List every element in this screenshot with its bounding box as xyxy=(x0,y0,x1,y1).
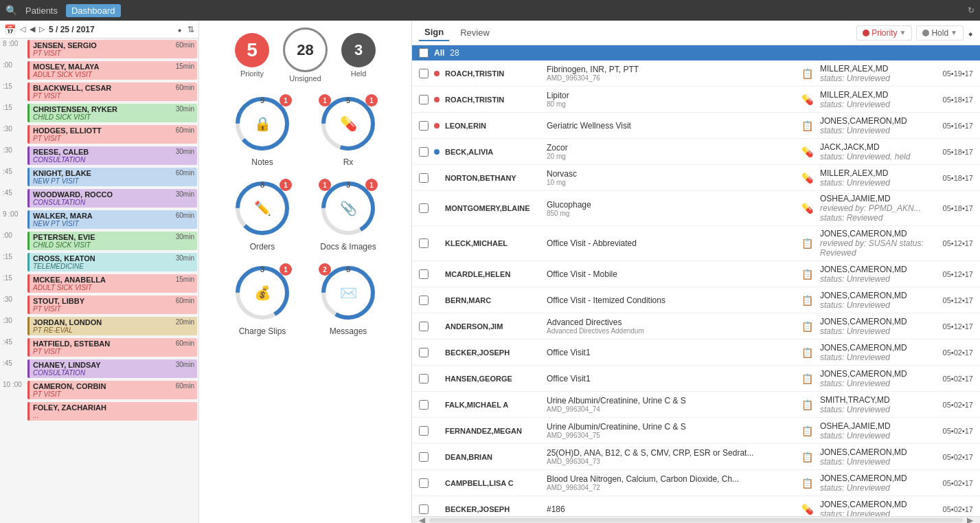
filter-icon[interactable]: ⬥ xyxy=(177,25,182,34)
row-type-icon: 💊 xyxy=(799,170,814,186)
circle-item-orders[interactable]: ✏️ 8 1 Orders xyxy=(225,177,300,252)
item-description: Office Visit - Mobile xyxy=(547,269,794,279)
table-row[interactable]: FERNANDEZ,MEGAN Urine Albumin/Creatinine… xyxy=(412,418,980,444)
md-name: JONES,CAMERON,MD xyxy=(820,265,930,274)
review-tab[interactable]: Review xyxy=(455,25,495,41)
sign-tab[interactable]: Sign xyxy=(419,24,449,41)
status-text: status: Unreviewed xyxy=(820,483,930,493)
row-checkbox[interactable] xyxy=(419,203,429,213)
scroll-right-icon[interactable]: ▶ xyxy=(967,515,973,524)
time-label: :30 xyxy=(0,294,26,315)
row-checkbox[interactable] xyxy=(419,269,429,279)
row-checkbox[interactable] xyxy=(419,173,429,183)
row-checkbox[interactable] xyxy=(419,426,429,436)
icon-circle-label: Orders xyxy=(250,242,275,252)
appointment-card[interactable]: WOODWARD, ROCCO CONSULTATION 30min xyxy=(27,189,197,208)
appt-duration: 30min xyxy=(176,148,194,155)
badge-left: 1 xyxy=(280,179,292,191)
appointment-card[interactable]: JENSEN, SERGIO PT VISIT 60min xyxy=(27,40,197,58)
circle-item-docs-&-images[interactable]: 📎 3 11 Docs & Images xyxy=(310,177,386,252)
appointment-card[interactable]: PETERSEN, EVIE CHILD SICK VISIT 30min xyxy=(27,232,197,250)
appointment-card[interactable]: BLACKWELL, CESAR PT VISIT 60min xyxy=(27,82,197,101)
table-row[interactable]: BECKER,JOSEPH Office Visit1 📋 JONES,CAME… xyxy=(412,340,980,366)
table-row[interactable]: FALK,MICHAEL A Urine Albumin/Creatinine,… xyxy=(412,392,980,418)
table-row[interactable]: KLECK,MICHAEL Office Visit - Abbreviated… xyxy=(412,226,980,261)
row-checkbox[interactable] xyxy=(419,69,429,78)
table-row[interactable]: ANDERSON,JIM Advanced Directives Advance… xyxy=(412,313,980,340)
doc-icon: 📋 xyxy=(801,452,813,463)
table-row[interactable]: BERN,MARC Office Visit - Itemized Condit… xyxy=(412,287,980,313)
appointment-card[interactable]: CROSS, KEATON TELEMEDICINE 30min xyxy=(27,253,197,271)
patient-name: NORTON,BETHANY xyxy=(445,174,541,182)
table-row[interactable]: BECK,ALIVIA Zocor 20 mg 💊 JACK,JACK,MD s… xyxy=(412,139,980,165)
table-row[interactable]: DEAN,BRIAN 25(OH)D, ANA, B12, C & S, CMV… xyxy=(412,444,980,470)
table-row[interactable]: ROACH,TRISTIN Lipitor 80 mg 💊 MILLER,ALE… xyxy=(412,87,980,113)
donut-total: 9 xyxy=(260,96,264,104)
circle-item-rx[interactable]: 💊 5 11 Rx xyxy=(310,93,386,167)
row-checkbox[interactable] xyxy=(419,478,429,488)
priority-dropdown-arrow[interactable]: ▼ xyxy=(900,29,907,36)
review-filter-icon[interactable]: ⬥ xyxy=(968,27,973,38)
appointment-card[interactable]: REESE, CALEB CONSULTATION 30min xyxy=(27,146,197,165)
table-row[interactable]: MCARDLE,HELEN Office Visit - Mobile 📋 JO… xyxy=(412,261,980,287)
appointment-card[interactable]: HODGES, ELLIOTT PT VISIT 60min xyxy=(27,125,197,144)
row-checkbox[interactable] xyxy=(419,452,429,462)
unsigned-badge[interactable]: 28 Unsigned xyxy=(283,27,328,82)
circle-item-messages[interactable]: ✉️ 6 2 Messages xyxy=(310,262,386,336)
status-text: status: Unreviewed xyxy=(820,379,930,388)
sort-icon[interactable]: ⇅ xyxy=(187,25,194,34)
appt-type: TELEMEDICINE xyxy=(33,263,194,270)
appointment-card[interactable]: CHANEY, LINDSAY CONSULTATION 30min xyxy=(27,359,197,378)
appointment-card[interactable]: KNIGHT, BLAKE NEW PT VISIT 60min xyxy=(27,168,197,186)
md-name: JONES,CAMERON,MD xyxy=(820,116,930,126)
appt-duration: 60min xyxy=(176,340,194,347)
row-checkbox[interactable] xyxy=(419,400,429,410)
calendar-icon[interactable]: 📅 xyxy=(4,24,16,35)
table-row[interactable]: MONTGOMERY,BLAINE Glucophage 850 mg 💊 OS… xyxy=(412,191,980,226)
prev-btn[interactable]: ◀ xyxy=(28,23,36,35)
select-all-checkbox[interactable] xyxy=(419,48,429,58)
appointment-card[interactable]: JORDAN, LONDON PT RE-EVAL 20min xyxy=(27,317,197,335)
hold-button[interactable]: Hold ▼ xyxy=(916,25,964,41)
appointment-card[interactable]: HATFIELD, ESTEBAN PT VISIT 60min xyxy=(27,338,197,357)
appointment-card[interactable]: CHRISTENSEN, RYKER CHILD SICK VISIT 30mi… xyxy=(27,104,197,122)
next-btn[interactable]: ▷ xyxy=(38,23,46,35)
row-checkbox[interactable] xyxy=(419,147,429,157)
row-checkbox[interactable] xyxy=(419,238,429,248)
held-badge[interactable]: 3 Held xyxy=(341,33,376,78)
appointment-card[interactable]: MOSLEY, MALAYA ADULT SICK VISIT 15min xyxy=(27,61,197,80)
priority-button[interactable]: Priority ▼ xyxy=(856,25,912,41)
row-checkbox[interactable] xyxy=(419,296,429,305)
table-row[interactable]: ROACH,TRISTIN Fibrinogen, INR, PT, PTT A… xyxy=(412,60,980,87)
row-checkbox[interactable] xyxy=(419,95,429,104)
row-checkbox[interactable] xyxy=(419,348,429,357)
appointment-card[interactable]: STOUT, LIBBY PT VISIT 60min xyxy=(27,296,197,314)
prev-prev-btn[interactable]: ◁ xyxy=(19,23,27,35)
review-subheader: All 28 xyxy=(412,45,980,60)
table-row[interactable]: LEON,ERIN Geriatric Wellness Visit 📋 JON… xyxy=(412,113,980,139)
patient-name: MONTGOMERY,BLAINE xyxy=(445,204,541,212)
dashboard-tab[interactable]: Dashboard xyxy=(66,4,121,17)
appointment-card[interactable]: WALKER, MARA NEW PT VISIT 60min xyxy=(27,210,197,229)
row-checkbox[interactable] xyxy=(419,322,429,331)
time-slot: :45 HATFIELD, ESTEBAN PT VISIT 60min xyxy=(0,337,198,358)
appointment-card[interactable]: MCKEE, ANABELLA ADULT SICK VISIT 15min xyxy=(27,274,197,293)
table-row[interactable]: BECKER,JOSEPH #186 💊 JONES,CAMERON,MD st… xyxy=(412,496,980,516)
table-row[interactable]: CAMPBELL,LISA C Blood Urea Nitrogen, Cal… xyxy=(412,470,980,496)
date-column: 05•02•17 xyxy=(935,479,973,487)
row-checkbox[interactable] xyxy=(419,121,429,131)
row-checkbox[interactable] xyxy=(419,504,429,514)
refresh-icon[interactable]: ↻ xyxy=(968,5,975,15)
table-row[interactable]: NORTON,BETHANY Norvasc 10 mg 💊 MILLER,AL… xyxy=(412,165,980,191)
table-row[interactable]: HANSEN,GEORGE Office Visit1 📋 JONES,CAME… xyxy=(412,366,980,392)
row-checkbox[interactable] xyxy=(419,374,429,383)
bottom-scrollbar[interactable]: ◀ ▶ xyxy=(412,516,980,523)
appointment-card[interactable]: CAMERON, CORBIN PT VISIT 60min xyxy=(27,381,197,399)
circle-item-charge-slips[interactable]: 💰 3 1 Charge Slips xyxy=(225,262,300,336)
appointment-card[interactable]: FOLEY, ZACHARIAH ... xyxy=(27,402,197,421)
circle-item-notes[interactable]: 🔒 9 1 Notes xyxy=(225,93,300,167)
patients-tab[interactable]: Patients xyxy=(20,4,63,17)
priority-badge[interactable]: 5 Priority xyxy=(235,33,269,78)
hold-dropdown-arrow[interactable]: ▼ xyxy=(950,29,957,36)
scroll-left-icon[interactable]: ◀ xyxy=(419,515,425,524)
